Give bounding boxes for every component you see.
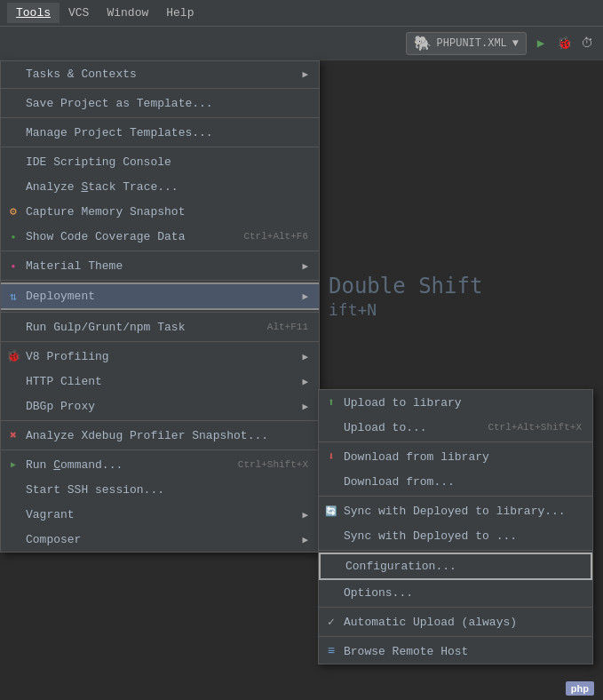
x-icon: ✖: [6, 428, 20, 442]
menu-item-vagrant[interactable]: Vagrant ▶: [1, 502, 319, 527]
background-hint: Double Shift: [329, 274, 482, 298]
submenu-options[interactable]: Options...: [319, 580, 592, 605]
main-area: Double Shift ift+N Tasks & Contexts ▶ Sa…: [0, 60, 603, 700]
menu-tools[interactable]: Tools: [7, 3, 60, 23]
separator: [319, 441, 592, 442]
coverage-button[interactable]: ⏱: [578, 35, 596, 52]
shortcut-run-command: Ctrl+Shift+X: [220, 459, 308, 470]
menu-item-dbgp[interactable]: DBGp Proxy ▶: [1, 394, 319, 418]
menu-item-ide-scripting[interactable]: IDE Scripting Console: [1, 149, 319, 174]
submenu-sync-library[interactable]: 🔄 Sync with Deployed to library...: [319, 498, 592, 523]
menu-item-analyze-stack[interactable]: Analyze Stack Trace...: [1, 174, 319, 199]
php-badge: php: [566, 681, 594, 696]
separator: [319, 496, 592, 497]
separator: [1, 251, 319, 251]
deployment-submenu: ⬆ Upload to library Upload to... Ctrl+Al…: [318, 389, 593, 664]
separator: [1, 280, 319, 281]
separator: [1, 420, 319, 421]
background-hint2: ift+N: [329, 300, 377, 319]
arrow-icon: ▶: [302, 401, 308, 412]
menu-item-deployment[interactable]: ⇅ Deployment ▶: [1, 282, 319, 310]
separator: [319, 550, 592, 551]
config-name: PHPUNIT.XML: [437, 37, 507, 50]
separator: [1, 449, 319, 450]
shortcut-gulp: Alt+F11: [250, 322, 308, 332]
menu-item-http[interactable]: HTTP Client ▶: [1, 369, 319, 394]
debug-button[interactable]: 🐞: [555, 35, 573, 52]
tools-menu: Tasks & Contexts ▶ Save Project as Templ…: [0, 60, 320, 553]
config-selector[interactable]: 🐘 PHPUNIT.XML ▼: [406, 32, 527, 55]
submenu-sync-with[interactable]: Sync with Deployed to ...: [319, 523, 592, 548]
menu-item-run-gulp[interactable]: Run Gulp/Grunt/npm Task Alt+F11: [1, 314, 319, 339]
submenu-upload-to[interactable]: Upload to... Ctrl+Alt+Shift+X: [319, 415, 592, 440]
deployment-icon: ⇅: [6, 290, 20, 304]
upload-icon: ⬆: [324, 395, 338, 410]
dropdown-arrow-icon: ▼: [512, 37, 519, 50]
shortcut-upload: Ctrl+Alt+Shift+X: [470, 422, 582, 433]
separator: [1, 312, 319, 313]
arrow-icon: ▶: [302, 351, 308, 362]
submenu-upload-library[interactable]: ⬆ Upload to library: [319, 390, 592, 415]
menu-item-tasks[interactable]: Tasks & Contexts ▶: [1, 61, 319, 86]
config-icon: 🐘: [414, 35, 432, 52]
gear-icon: ⚙: [6, 204, 20, 219]
menu-item-run-command[interactable]: ▶ Run Command... Ctrl+Shift+X: [1, 452, 319, 477]
submenu-configuration[interactable]: Configuration...: [319, 553, 592, 580]
arrow-icon: ▶: [302, 260, 308, 272]
menu-item-v8[interactable]: 🐞 V8 Profiling ▶: [1, 344, 319, 369]
run-button[interactable]: ▶: [532, 35, 550, 52]
submenu-download-from[interactable]: Download from...: [319, 469, 592, 494]
menu-bar: Tools VCS Window Help: [0, 0, 603, 27]
menu-item-analyze-xdebug[interactable]: ✖ Analyze Xdebug Profiler Snapshot...: [1, 423, 319, 448]
submenu-download-library[interactable]: ⬇ Download from library: [319, 444, 592, 469]
run-icon: ▶: [6, 457, 20, 472]
separator: [1, 147, 319, 147]
circle-icon: ●: [6, 259, 20, 273]
sync-icon: 🔄: [324, 504, 338, 518]
menu-window[interactable]: Window: [98, 3, 157, 23]
menu-item-save-project[interactable]: Save Project as Template...: [1, 91, 319, 115]
arrow-icon: ▶: [302, 509, 308, 521]
submenu-browse-remote[interactable]: ≡ Browse Remote Host: [319, 639, 592, 664]
check-icon: ✓: [324, 615, 338, 629]
browse-icon: ≡: [324, 644, 338, 658]
arrow-icon: ▶: [302, 68, 308, 80]
menu-item-capture-memory[interactable]: ⚙ Capture Memory Snapshot: [1, 199, 319, 224]
dot-icon: ●: [6, 229, 20, 243]
separator: [1, 88, 319, 89]
menu-item-coverage[interactable]: ● Show Code Coverage Data Ctrl+Alt+F6: [1, 224, 319, 249]
separator: [319, 636, 592, 637]
menu-item-manage-templates[interactable]: Manage Project Templates...: [1, 120, 319, 145]
submenu-auto-upload[interactable]: ✓ Automatic Upload (always): [319, 609, 592, 634]
download-icon: ⬇: [324, 449, 338, 464]
v8-icon: 🐞: [6, 349, 20, 363]
separator: [1, 341, 319, 342]
arrow-icon: ▶: [302, 290, 308, 302]
separator: [1, 117, 319, 118]
menu-item-ssh[interactable]: Start SSH session...: [1, 477, 319, 502]
arrow-icon: ▶: [302, 376, 308, 387]
separator: [319, 607, 592, 608]
toolbar: 🐘 PHPUNIT.XML ▼ ▶ 🐞 ⏱: [0, 27, 603, 60]
shortcut-coverage: Ctrl+Alt+F6: [226, 231, 308, 242]
menu-item-composer[interactable]: Composer ▶: [1, 527, 319, 552]
menu-help[interactable]: Help: [157, 3, 202, 23]
menu-vcs[interactable]: VCS: [60, 3, 98, 23]
arrow-icon: ▶: [302, 534, 308, 545]
menu-item-material-theme[interactable]: ● Material Theme ▶: [1, 253, 319, 278]
